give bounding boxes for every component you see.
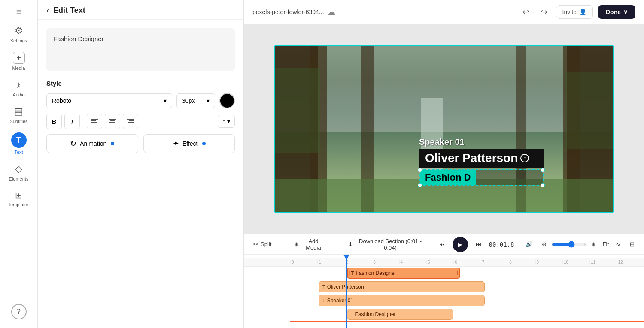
effect-label: Effect — [182, 140, 198, 147]
sidebar-item-media[interactable]: + Media — [3, 48, 34, 74]
sidebar-item-label: Elements — [9, 176, 29, 181]
rewind-button[interactable]: ⏮ — [437, 239, 447, 249]
sidebar: ≡ ⚙ Settings + Media ♪ Audio ▤ Subtitles… — [0, 0, 38, 328]
volume-button[interactable]: 🔊 — [523, 239, 535, 249]
line-height-button[interactable]: ↕ ▾ — [218, 115, 235, 128]
ruler-ticks: 0 1 2 3 4 5 6 7 8 9 10 11 12 — [290, 260, 644, 265]
play-button[interactable]: ▶ — [453, 237, 468, 252]
canvas-background — [275, 46, 613, 212]
track-content[interactable]: T Fashion Designer — [290, 309, 644, 321]
clip-icon: T — [322, 298, 325, 303]
canvas-area[interactable]: Speaker 01 Oliver Patterson ○ Fashion D — [244, 24, 644, 234]
title-box[interactable]: Fashion D — [419, 169, 544, 186]
menu-icon[interactable]: ≡ — [13, 3, 25, 20]
bold-button[interactable]: B — [46, 114, 62, 129]
animation-button[interactable]: ↻ Animation — [46, 134, 138, 153]
zoom-in-button[interactable]: ⊕ — [589, 239, 598, 249]
sidebar-item-settings[interactable]: ⚙ Settings — [3, 22, 34, 47]
track-clip[interactable]: T Fashion Designer — [347, 309, 453, 320]
svg-rect-18 — [275, 68, 320, 153]
sidebar-item-subtitles[interactable]: ▤ Subtitles — [3, 102, 34, 127]
fit-button[interactable]: Fit — [603, 241, 609, 247]
text-input-area[interactable] — [46, 28, 235, 71]
svg-rect-19 — [565, 72, 613, 149]
track-clip[interactable]: T Oliver Patterson — [319, 281, 485, 292]
sidebar-item-text[interactable]: T Text — [3, 129, 34, 158]
text-input[interactable] — [53, 35, 228, 42]
sel-handle-tl[interactable] — [418, 168, 422, 172]
svg-rect-7 — [129, 120, 134, 121]
name-box[interactable]: Oliver Patterson ○ — [419, 149, 544, 168]
sel-handle-br[interactable] — [541, 183, 545, 187]
drag-left-handle[interactable]: | — [348, 268, 351, 278]
track-clip-selected[interactable]: | T Fashion Designer | — [347, 268, 460, 279]
ruler-tick: 10 — [562, 260, 589, 265]
chevron-down-icon: ▾ — [207, 97, 210, 104]
drag-right-handle[interactable]: | — [456, 268, 459, 278]
redo-button[interactable]: ↪ — [538, 6, 551, 18]
track-content[interactable]: T Speaker 01 — [290, 295, 644, 307]
effect-button[interactable]: ✦ Effect — [143, 134, 235, 153]
font-size-select[interactable]: 30px ▾ — [176, 93, 215, 108]
invite-button[interactable]: Invite 👤 — [556, 5, 593, 19]
help-button[interactable]: ? — [11, 304, 27, 319]
sel-handle-tr[interactable] — [541, 168, 545, 172]
clip-text: Fashion Designer — [356, 270, 396, 276]
done-button[interactable]: Done ∨ — [598, 5, 635, 19]
font-size-row: Roboto ▾ 30px ▾ — [46, 93, 235, 108]
filename-area: pexels-peter-fowler-6394... ☁ — [252, 7, 514, 17]
animation-badge — [111, 142, 114, 145]
back-button[interactable]: ‹ — [46, 6, 49, 15]
edit-handle-icon[interactable]: ○ — [520, 154, 529, 162]
align-right-button[interactable] — [123, 114, 138, 129]
align-left-button[interactable] — [87, 114, 102, 129]
effect-badge — [202, 142, 206, 145]
track-content[interactable]: T Oliver Patterson — [290, 281, 644, 293]
filename-text: pexels-peter-fowler-6394... — [252, 9, 324, 15]
animation-label: Animation — [80, 140, 106, 147]
sidebar-item-elements[interactable]: ◇ Elements — [3, 160, 34, 185]
track-content[interactable]: | T Fashion Designer | — [290, 268, 644, 280]
align-left-icon — [91, 118, 98, 124]
waveform-button[interactable]: ∿ — [613, 239, 623, 249]
ruler-tick: 3 — [372, 260, 399, 265]
sidebar-item-label: Templates — [8, 202, 29, 207]
chevron-down-icon: ▾ — [227, 118, 230, 125]
clip-text: Speaker 01 — [327, 298, 353, 304]
settings-icon: ⚙ — [15, 25, 23, 36]
playhead-triangle — [343, 255, 349, 260]
style-label: Style — [46, 80, 235, 87]
tl-separator-2 — [337, 239, 337, 250]
canvas-text-overlay: Speaker 01 Oliver Patterson ○ Fashion D — [419, 137, 544, 186]
add-media-button[interactable]: ⊕ Add Media — [292, 236, 328, 253]
align-center-button[interactable] — [105, 114, 120, 129]
zoom-out-button[interactable]: ⊖ — [539, 239, 549, 249]
track-clip[interactable]: T Speaker 01 — [319, 295, 485, 306]
help-icon: ? — [17, 308, 21, 316]
text-icon-circle: T — [11, 132, 27, 148]
ruler-tick: 7 — [481, 260, 508, 265]
italic-button[interactable]: I — [64, 114, 80, 129]
caption-button[interactable]: ⊟ — [627, 239, 637, 249]
font-family-select[interactable]: Roboto ▾ — [46, 93, 172, 108]
timeline-toolbar: ✂ Split ⊕ Add Media ⬇ Download Section (… — [244, 234, 644, 255]
split-button[interactable]: ✂ Split — [251, 239, 274, 249]
volume-icon: 🔊 — [526, 241, 532, 247]
undo-button[interactable]: ↩ — [519, 6, 532, 18]
svg-rect-3 — [109, 119, 116, 120]
svg-rect-1 — [91, 120, 96, 121]
scene-svg — [275, 46, 613, 212]
zoom-slider[interactable] — [552, 241, 586, 248]
ruler-tick: 11 — [589, 260, 617, 265]
sel-handle-bl[interactable] — [418, 183, 422, 187]
download-section-button[interactable]: ⬇ Download Section (0:01 - 0:04) — [346, 236, 428, 253]
fast-forward-button[interactable]: ⏭ — [473, 239, 484, 249]
track-row: | T Fashion Designer | — [244, 267, 644, 280]
ruler-tick: 2 — [345, 260, 372, 265]
speaker-label: Speaker 01 — [419, 137, 544, 147]
sidebar-item-templates[interactable]: ⊞ Templates — [3, 187, 34, 211]
split-icon: ✂ — [253, 241, 258, 247]
color-swatch[interactable] — [219, 93, 235, 108]
zoom-controls: ⊖ ⊕ — [539, 239, 598, 249]
sidebar-item-audio[interactable]: ♪ Audio — [3, 76, 34, 101]
